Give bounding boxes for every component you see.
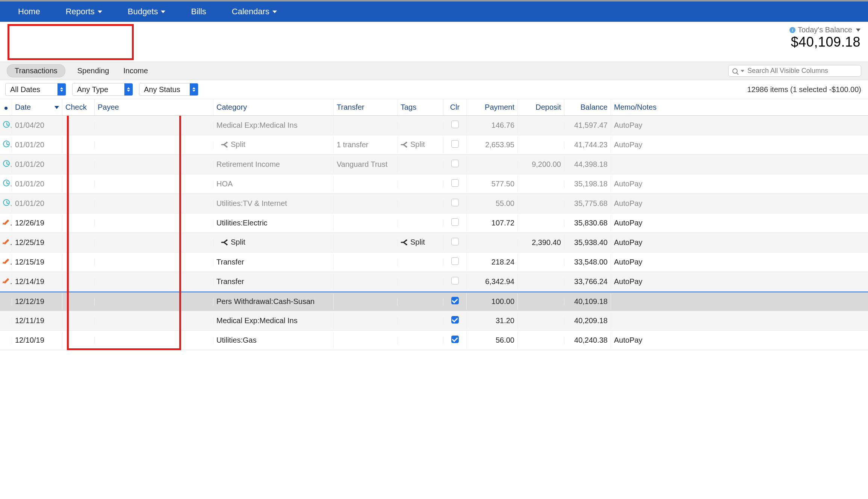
- tab-income[interactable]: Income: [123, 67, 148, 75]
- search-input[interactable]: [747, 67, 857, 75]
- table-row[interactable]: 12/10/19Utilities:Gas56.0040,240.38AutoP…: [0, 331, 868, 350]
- filter-type-label: Any Type: [73, 85, 113, 94]
- col-category[interactable]: Category: [213, 99, 334, 115]
- cleared-checkbox[interactable]: [451, 336, 459, 343]
- main-nav: Home Reports Budgets Bills Calendars: [0, 2, 868, 22]
- stepper-arrows-icon: [124, 83, 133, 95]
- cell-transfer: 1 transfer: [337, 141, 368, 149]
- cell-payment: 146.76: [491, 121, 514, 129]
- filter-bar: All Dates Any Type Any Status 12986 item…: [0, 80, 868, 99]
- cleared-checkbox[interactable]: [451, 179, 459, 187]
- tab-spending[interactable]: Spending: [77, 67, 109, 75]
- cell-category: Pers Withdrawal:Cash-Susan: [216, 297, 315, 305]
- cleared-checkbox[interactable]: [451, 199, 459, 206]
- cell-date: 12/15/19: [15, 258, 44, 266]
- cleared-checkbox[interactable]: [451, 160, 459, 167]
- caret-down-icon: [161, 11, 165, 13]
- table-row[interactable]: 01/04/20Medical Exp:Medical Ins146.7641,…: [0, 116, 868, 135]
- search-field[interactable]: [728, 65, 861, 77]
- col-tags[interactable]: Tags: [398, 99, 443, 115]
- pencil-icon: [3, 277, 10, 284]
- caret-down-icon: [856, 29, 860, 32]
- cell-memo: AutoPay: [614, 121, 643, 129]
- cleared-checkbox[interactable]: [451, 316, 459, 324]
- filter-status[interactable]: Any Status: [139, 83, 198, 96]
- cleared-checkbox[interactable]: [451, 218, 459, 226]
- transaction-rows: 01/04/20Medical Exp:Medical Ins146.7641,…: [0, 116, 868, 350]
- col-date-label: Date: [15, 103, 31, 112]
- tab-transactions[interactable]: Transactions: [7, 64, 65, 77]
- col-check[interactable]: Check: [62, 99, 95, 115]
- cell-memo: AutoPay: [614, 141, 643, 149]
- cell-balance: 41,597.47: [574, 121, 608, 129]
- cell-date: 12/14/19: [15, 277, 44, 286]
- cell-date: 01/04/20: [15, 121, 44, 130]
- col-payee[interactable]: Payee: [95, 99, 213, 115]
- col-balance[interactable]: Balance: [564, 99, 611, 115]
- status-bullet-icon: [5, 107, 8, 110]
- cleared-checkbox[interactable]: [451, 140, 459, 148]
- clock-icon: [3, 180, 10, 186]
- table-row[interactable]: 12/26/19Utilities:Electric107.7235,830.6…: [0, 213, 868, 233]
- cell-tags: Split: [410, 140, 425, 149]
- cleared-checkbox[interactable]: [451, 297, 459, 304]
- table-row[interactable]: 01/01/20Split1 transferSplit2,653.9541,7…: [0, 135, 868, 155]
- clock-icon: [3, 160, 10, 167]
- table-row[interactable]: 12/12/19Pers Withdrawal:Cash-Susan100.00…: [0, 292, 868, 311]
- cleared-checkbox[interactable]: [451, 277, 459, 284]
- cell-payment: 107.72: [491, 219, 514, 227]
- col-transfer[interactable]: Transfer: [334, 99, 398, 115]
- col-memo[interactable]: Memo/Notes: [611, 99, 868, 115]
- nav-calendars[interactable]: Calendars: [224, 7, 284, 17]
- cell-balance: 41,744.23: [574, 141, 608, 149]
- table-row[interactable]: 01/01/20Retirement IncomeVanguard Trust9…: [0, 155, 868, 174]
- filter-type[interactable]: Any Type: [72, 83, 133, 96]
- cell-deposit: 9,200.00: [532, 160, 561, 168]
- col-clr[interactable]: Clr: [443, 99, 467, 115]
- cell-deposit: 2,390.40: [532, 238, 561, 246]
- nav-home[interactable]: Home: [11, 7, 48, 17]
- cell-category: Transfer: [216, 277, 244, 286]
- cell-payment: 2,653.95: [485, 141, 514, 149]
- table-row[interactable]: 12/25/19SplitSplit2,390.4035,938.40AutoP…: [0, 233, 868, 253]
- split-icon: [401, 142, 408, 148]
- table-row[interactable]: 12/11/19Medical Exp:Medical Ins31.2040,2…: [0, 311, 868, 331]
- cleared-checkbox[interactable]: [451, 121, 459, 128]
- cell-category: Utilities:TV & Internet: [216, 199, 287, 207]
- split-icon: [221, 142, 228, 148]
- table-row[interactable]: 01/01/20Utilities:TV & Internet55.0035,7…: [0, 194, 868, 213]
- col-deposit[interactable]: Deposit: [518, 99, 564, 115]
- table-row[interactable]: 12/14/19Transfer6,342.9433,766.24AutoPay: [0, 272, 868, 292]
- nav-bills[interactable]: Bills: [183, 7, 213, 17]
- cell-date: 01/01/20: [15, 199, 44, 208]
- balance-label-row[interactable]: i Today's Balance: [789, 26, 860, 34]
- cell-payment: 6,342.94: [485, 277, 514, 286]
- split-icon: [221, 239, 228, 245]
- search-options-caret-icon[interactable]: [741, 70, 744, 72]
- table-row[interactable]: 01/01/20HOA577.5035,198.18AutoPay: [0, 174, 868, 194]
- cleared-checkbox[interactable]: [451, 257, 459, 265]
- cell-date: 12/10/19: [15, 336, 44, 345]
- cell-category: Split: [231, 140, 245, 149]
- sort-desc-icon: [54, 106, 59, 109]
- cell-category: Utilities:Electric: [216, 219, 268, 227]
- nav-budgets[interactable]: Budgets: [120, 7, 173, 17]
- cell-category: Utilities:Gas: [216, 336, 257, 344]
- col-payment[interactable]: Payment: [467, 99, 518, 115]
- cell-payment: 56.00: [496, 336, 514, 344]
- nav-budgets-label: Budgets: [128, 7, 158, 17]
- col-date[interactable]: Date: [12, 99, 62, 115]
- cell-memo: AutoPay: [614, 336, 643, 344]
- nav-home-label: Home: [18, 7, 40, 17]
- col-status[interactable]: [0, 99, 12, 115]
- nav-reports[interactable]: Reports: [58, 7, 110, 17]
- split-icon: [401, 239, 408, 245]
- cell-date: 12/26/19: [15, 219, 44, 227]
- nav-bills-label: Bills: [191, 7, 206, 17]
- table-row[interactable]: 12/15/19Transfer218.2433,548.00AutoPay: [0, 253, 868, 272]
- cell-category: HOA: [216, 180, 233, 188]
- balance-block: i Today's Balance $40,109.18: [789, 26, 862, 62]
- filter-dates[interactable]: All Dates: [5, 83, 66, 96]
- info-icon: i: [789, 27, 795, 33]
- cleared-checkbox[interactable]: [451, 238, 459, 245]
